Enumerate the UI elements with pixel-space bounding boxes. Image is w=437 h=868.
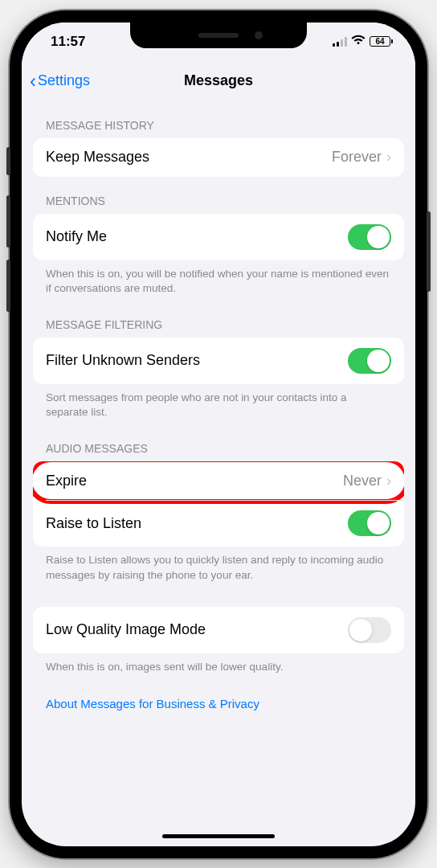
side-button-volume-up bbox=[6, 195, 10, 248]
side-button-power bbox=[427, 211, 431, 292]
footnote-filtering: Sort messages from people who are not in… bbox=[33, 384, 404, 424]
row-filter-unknown[interactable]: Filter Unknown Senders bbox=[33, 338, 404, 384]
section-header-message-history: MESSAGE HISTORY bbox=[33, 101, 404, 138]
side-button-volume-down bbox=[6, 260, 10, 312]
row-value: Never › bbox=[343, 473, 391, 489]
row-label: Keep Messages bbox=[46, 149, 149, 166]
back-label: Settings bbox=[38, 72, 90, 89]
screen: 11:57 64 ‹ Settings Messages MESSAGE HIS… bbox=[22, 23, 415, 846]
footnote-audio: Raise to Listen allows you to quickly li… bbox=[33, 547, 404, 587]
section-header-filtering: MESSAGE FILTERING bbox=[33, 301, 404, 338]
chevron-left-icon: ‹ bbox=[30, 70, 36, 92]
about-link[interactable]: About Messages for Business & Privacy bbox=[33, 679, 404, 719]
chevron-right-icon: › bbox=[386, 149, 391, 166]
row-label: Raise to Listen bbox=[46, 515, 141, 532]
row-label: Expire bbox=[46, 473, 87, 489]
wifi-icon bbox=[351, 35, 366, 49]
row-expire[interactable]: Expire Never › bbox=[33, 461, 404, 500]
content[interactable]: MESSAGE HISTORY Keep Messages Forever › … bbox=[22, 101, 415, 835]
back-button[interactable]: ‹ Settings bbox=[30, 70, 90, 92]
toggle-low-quality[interactable] bbox=[348, 617, 391, 643]
section-header-mentions: MENTIONS bbox=[33, 177, 404, 214]
home-indicator[interactable] bbox=[162, 834, 275, 838]
toggle-notify-me[interactable] bbox=[348, 224, 391, 250]
row-label: Notify Me bbox=[46, 228, 107, 245]
notch bbox=[130, 23, 307, 48]
status-right: 64 bbox=[333, 35, 393, 49]
toggle-raise-to-listen[interactable] bbox=[348, 510, 391, 536]
phone-frame: 11:57 64 ‹ Settings Messages MESSAGE HIS… bbox=[10, 10, 427, 858]
nav-bar: ‹ Settings Messages bbox=[22, 61, 415, 101]
footnote-mentions: When this is on, you will be notified wh… bbox=[33, 260, 404, 301]
battery-level: 64 bbox=[375, 37, 384, 46]
row-low-quality[interactable]: Low Quality Image Mode bbox=[33, 607, 404, 653]
chevron-right-icon: › bbox=[386, 473, 391, 489]
group-mentions: Notify Me bbox=[33, 214, 404, 260]
group-audio: Expire Never › Raise to Listen bbox=[33, 461, 404, 547]
page-title: Messages bbox=[184, 72, 253, 89]
section-header-audio: AUDIO MESSAGES bbox=[33, 424, 404, 461]
toggle-filter-unknown[interactable] bbox=[348, 348, 391, 374]
row-keep-messages[interactable]: Keep Messages Forever › bbox=[33, 138, 404, 177]
status-time: 11:57 bbox=[51, 34, 85, 50]
row-notify-me[interactable]: Notify Me bbox=[33, 214, 404, 260]
row-label: Filter Unknown Senders bbox=[46, 352, 200, 369]
battery-icon: 64 bbox=[370, 36, 393, 47]
row-raise-to-listen[interactable]: Raise to Listen bbox=[33, 500, 404, 547]
row-label: Low Quality Image Mode bbox=[46, 621, 206, 638]
cellular-icon bbox=[333, 37, 347, 47]
row-value: Forever › bbox=[332, 149, 391, 166]
group-filtering: Filter Unknown Senders bbox=[33, 338, 404, 384]
footnote-low-quality: When this is on, images sent will be low… bbox=[33, 653, 404, 679]
group-low-quality: Low Quality Image Mode bbox=[33, 607, 404, 653]
side-button-silence bbox=[6, 147, 10, 175]
group-message-history: Keep Messages Forever › bbox=[33, 138, 404, 177]
